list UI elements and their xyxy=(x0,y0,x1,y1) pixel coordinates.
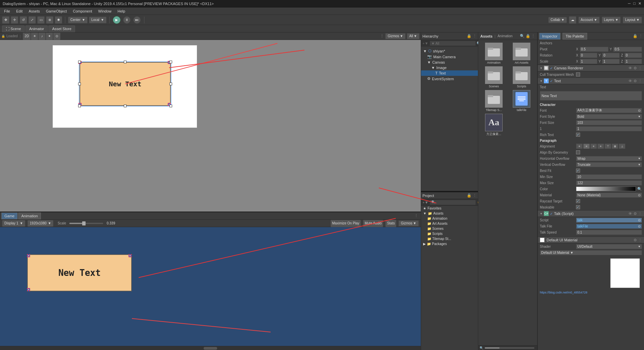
display-dropdown[interactable]: Display 1 ▼ xyxy=(2,220,25,227)
asset-tilemap[interactable]: Tilemap S... xyxy=(481,90,507,112)
pause-button[interactable]: ⏸ xyxy=(123,16,131,24)
tab-scene[interactable]: ⛶ Scene xyxy=(2,25,25,32)
hand-tool[interactable]: ✥ xyxy=(2,16,9,24)
handle-ml[interactable] xyxy=(78,83,81,85)
cr-gear-icon[interactable]: ⚙ xyxy=(634,66,637,70)
bottom-scrollbar[interactable] xyxy=(0,346,421,350)
talk-dots[interactable]: ⋮ xyxy=(638,212,642,216)
menu-component[interactable]: Component xyxy=(70,8,95,14)
assets-more-icon[interactable]: ⋮ xyxy=(531,34,535,38)
assets-animation-tab[interactable]: Animation xyxy=(498,34,512,38)
menu-assets[interactable]: Assets xyxy=(26,8,43,14)
default-mat-gear[interactable]: ⚙ xyxy=(634,238,637,242)
light-toggle[interactable]: ☀ xyxy=(31,32,38,40)
default-ui-material-sublabel[interactable]: Default UI Material ▼ xyxy=(540,250,642,255)
assets-lock-icon[interactable]: 🔒 xyxy=(526,34,530,38)
tab-inspector[interactable]: Inspector xyxy=(539,33,560,40)
tab-animator[interactable]: Animator xyxy=(25,25,48,32)
handle-tm[interactable] xyxy=(124,61,127,63)
hier-item-eventsystem[interactable]: ⚙ EventSystem xyxy=(421,76,478,82)
text-section[interactable]: ▼ T ✓ Text 👁 ⚙ ⋮ xyxy=(538,78,644,84)
text-gear-icon[interactable]: ⚙ xyxy=(634,79,637,83)
asset-talkfile[interactable]: talkFile xyxy=(509,90,534,112)
talk-script-section[interactable]: ▼ C# ✓ Talk (Script) 👁 ⚙ ⋮ xyxy=(538,210,644,217)
canvas-renderer-section[interactable]: ▼ ⬜ ✓ Canvas Renderer 👁 ⚙ ⋮ xyxy=(538,65,644,71)
talk-gear[interactable]: ⚙ xyxy=(634,212,637,216)
align-bot-icon[interactable]: ⊥ xyxy=(619,144,625,149)
cull-transparent-checkbox[interactable] xyxy=(576,72,580,76)
scale-y[interactable] xyxy=(602,59,620,64)
handle-bm[interactable] xyxy=(124,105,127,107)
maximize-icon[interactable]: □ xyxy=(633,1,636,6)
menu-file[interactable]: File xyxy=(1,8,13,14)
move-tool[interactable]: ✛ xyxy=(11,16,18,24)
rect-tool[interactable]: ▭ xyxy=(37,16,45,24)
font-dropdown[interactable]: AA方正像素字体 ⊙ xyxy=(576,108,642,113)
align-mid-icon[interactable]: ⊠ xyxy=(612,144,618,149)
asset-scripts[interactable]: Scripts xyxy=(509,66,534,88)
maxsize-input[interactable] xyxy=(576,180,642,185)
align-geometry-checkbox[interactable] xyxy=(576,150,580,154)
scale-tool[interactable]: ⤢ xyxy=(28,16,36,24)
game-more-icon[interactable]: ⋮ xyxy=(414,214,418,218)
scenes-tree[interactable]: 📁Scenes xyxy=(421,226,478,231)
maskable-checkbox[interactable]: ✓ xyxy=(576,205,580,209)
tab-game[interactable]: Game xyxy=(1,213,18,219)
align-center-icon[interactable]: ≡ xyxy=(583,144,590,149)
step-button[interactable]: ⏭ xyxy=(133,16,141,24)
tilemap-tree[interactable]: 📁Tilemap St... xyxy=(421,236,478,241)
custom-tool[interactable]: ✱ xyxy=(55,16,62,24)
handle-tl[interactable] xyxy=(78,61,81,63)
scripts-tree[interactable]: 📁Scripts xyxy=(421,231,478,236)
menu-edit[interactable]: Edit xyxy=(14,8,25,14)
color-eyedrop[interactable]: 🔍 xyxy=(637,187,642,191)
scale-slider[interactable] xyxy=(69,223,103,224)
inspector-more[interactable]: ⋮ xyxy=(639,34,643,38)
pivot-dropdown[interactable]: Center ▼ xyxy=(68,17,88,23)
scale-z[interactable] xyxy=(624,59,642,64)
cloud-button[interactable]: ☁ xyxy=(569,16,576,24)
menu-help[interactable]: Help xyxy=(115,8,128,14)
hier-item-image[interactable]: ▼ Image xyxy=(421,65,478,70)
text-element-selected[interactable]: New Text xyxy=(79,62,171,106)
text-content-input[interactable]: New Text xyxy=(540,91,642,101)
tab-asset-store[interactable]: Asset Store xyxy=(48,25,75,32)
handle-br[interactable] xyxy=(169,105,172,107)
play-button[interactable]: ▶ xyxy=(113,16,120,24)
hier-item-text[interactable]: T Text xyxy=(421,70,478,76)
talkfile-dropdown[interactable]: talkFile ⊙ xyxy=(576,224,642,229)
linespacing-input[interactable] xyxy=(576,126,642,131)
asset-zoom-track[interactable] xyxy=(485,347,534,349)
raycast-checkbox[interactable]: ✓ xyxy=(576,199,580,203)
align-justify-icon[interactable]: ≡ xyxy=(597,144,604,149)
csdn-url[interactable]: https://blog.csdn.net/m0_48554728 xyxy=(540,291,588,294)
resolution-dropdown[interactable]: 1920x1080 ▼ xyxy=(27,220,53,227)
script-dropdown[interactable]: talk ⊙ xyxy=(576,218,642,223)
asset-animation[interactable]: Animation xyxy=(481,43,507,64)
handle-mr[interactable] xyxy=(169,83,172,85)
hier-item-maincamera[interactable]: 📷 Main Camera xyxy=(421,54,478,60)
scale-x[interactable] xyxy=(580,59,597,64)
layers-dropdown[interactable]: Layers ▼ xyxy=(602,17,621,23)
inspector-lock[interactable]: 🔒 xyxy=(633,34,638,38)
color-picker[interactable] xyxy=(576,187,636,191)
assets-tree-item[interactable]: ▼ 📁 Assets xyxy=(421,211,478,216)
rotation-z[interactable] xyxy=(624,53,642,58)
richtext-checkbox[interactable]: ✓ xyxy=(576,133,580,137)
menu-window[interactable]: Window xyxy=(95,8,114,14)
project-more[interactable]: ⋮ xyxy=(473,193,477,198)
hidden-toggle[interactable]: ⊙ xyxy=(53,32,61,40)
gizmos-dropdown[interactable]: Gizmos ▼ xyxy=(385,33,406,39)
fontstyle-dropdown[interactable]: Bold ▼ xyxy=(576,114,642,119)
handle-bl[interactable] xyxy=(78,105,81,107)
horiz-overflow-dropdown[interactable]: Wrap ▼ xyxy=(576,156,642,161)
scene-more-icon[interactable]: ⋮ xyxy=(380,34,384,38)
asset-font[interactable]: Aa 方正像素... xyxy=(481,114,507,136)
all-dropdown[interactable]: All ▼ xyxy=(407,33,419,39)
maximize-on-play[interactable]: Maximize On Play xyxy=(330,220,361,227)
default-mat-dots[interactable]: ⋮ xyxy=(638,238,642,242)
hierarchy-more[interactable]: ⋮ xyxy=(473,34,477,38)
project-lock[interactable]: 🔒 xyxy=(467,193,472,198)
asset-size-slider[interactable]: 🔍 xyxy=(478,345,537,350)
rotate-tool[interactable]: ↺ xyxy=(20,16,27,24)
